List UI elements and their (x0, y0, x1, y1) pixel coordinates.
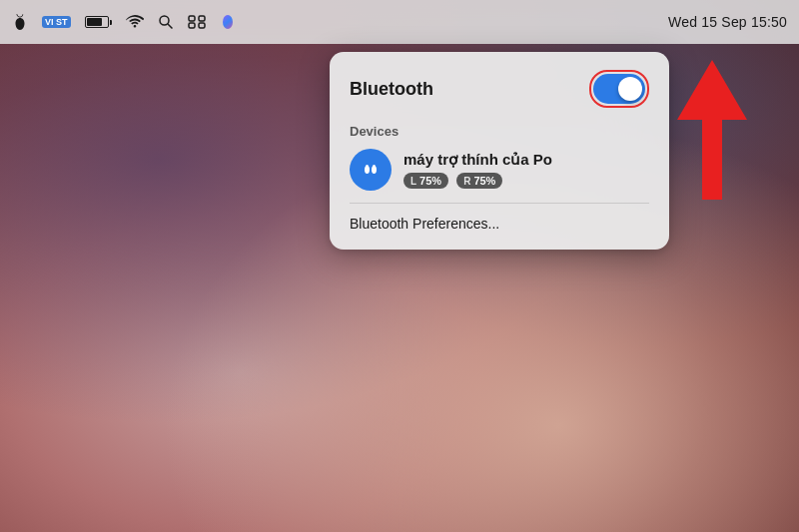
svg-rect-4 (189, 23, 195, 28)
toggle-knob (618, 77, 642, 101)
devices-section-label: Devices (350, 124, 649, 139)
svg-point-0 (160, 16, 169, 25)
svg-rect-2 (189, 16, 195, 21)
red-arrow-indicator (677, 60, 747, 200)
apple-menu-icon[interactable] (12, 14, 28, 30)
menubar-right: Wed 15 Sep 15:50 (668, 14, 787, 30)
panel-header: Bluetooth (350, 70, 649, 108)
bluetooth-preferences-link[interactable]: Bluetooth Preferences... (350, 216, 649, 232)
divider (350, 203, 649, 204)
device-name: máy trợ thính của Po (403, 151, 649, 169)
svg-marker-13 (677, 60, 747, 200)
svg-point-6 (223, 15, 233, 29)
battery-left: L 75% (403, 173, 448, 189)
spotlight-search-icon[interactable] (158, 14, 174, 30)
svg-line-1 (168, 24, 173, 29)
wifi-icon[interactable] (126, 15, 144, 29)
battery-right-value: 75% (473, 175, 495, 187)
battery-left-label: L (410, 176, 416, 187)
battery-right-label: R (463, 176, 470, 187)
menubar: VI ST (0, 0, 799, 44)
bluetooth-panel: Bluetooth Devices máy trợ thính của Po (330, 52, 669, 250)
panel-title: Bluetooth (350, 79, 433, 100)
svg-point-12 (373, 165, 376, 168)
device-info: máy trợ thính của Po L 75% R 75% (403, 151, 649, 189)
battery-icon (85, 16, 112, 28)
device-airpods-icon (350, 149, 392, 191)
device-row[interactable]: máy trợ thính của Po L 75% R 75% (350, 149, 649, 191)
siri-icon[interactable] (220, 13, 236, 31)
menubar-left: VI ST (12, 13, 236, 31)
datetime-display: Wed 15 Sep 15:50 (668, 14, 787, 30)
battery-left-value: 75% (419, 175, 441, 187)
svg-rect-3 (199, 16, 205, 21)
svg-rect-5 (199, 23, 205, 28)
bluetooth-toggle[interactable] (593, 74, 645, 104)
language-badge[interactable]: VI ST (42, 16, 71, 29)
battery-right: R 75% (456, 173, 502, 189)
device-battery: L 75% R 75% (403, 173, 649, 189)
control-center-icon[interactable] (188, 15, 206, 29)
svg-point-11 (366, 165, 369, 168)
toggle-wrapper (589, 70, 649, 108)
